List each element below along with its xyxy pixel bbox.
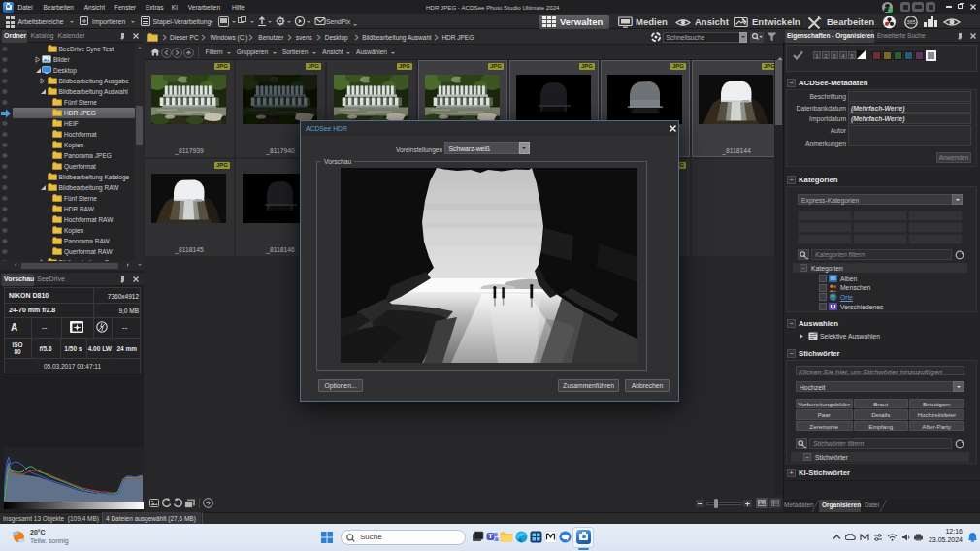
svg-text:365: 365	[906, 19, 915, 25]
